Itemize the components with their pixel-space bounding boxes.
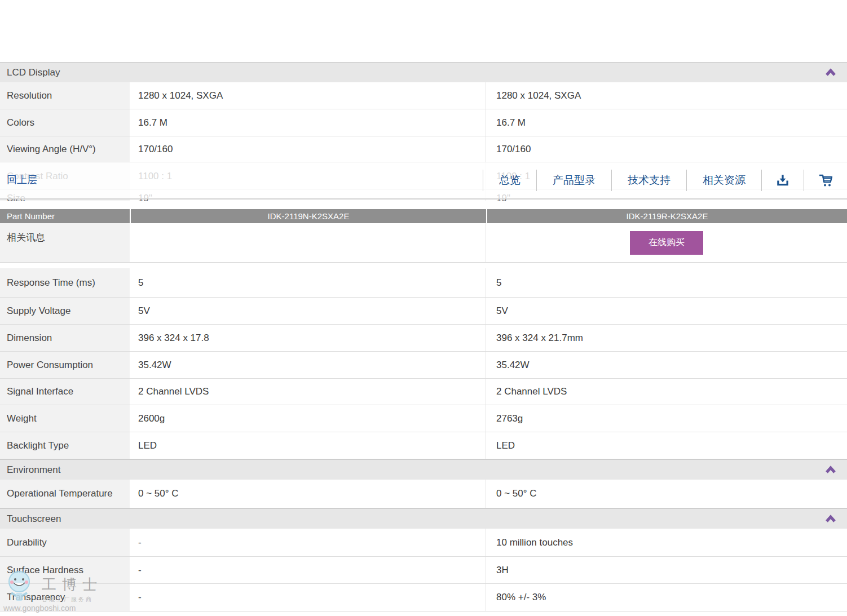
- table-row: Weight 2600g 2763g: [0, 405, 847, 432]
- table-row: Operational Temperature 0 ~ 50° C 0 ~ 50…: [0, 480, 847, 508]
- watermark-url: www.gongboshi.com: [3, 604, 139, 613]
- section-header-touchscreen[interactable]: Touchscreen: [0, 508, 847, 529]
- row-value-col1: 16.7 M: [130, 109, 486, 136]
- chevron-up-icon[interactable]: [824, 68, 837, 77]
- row-value-col1: -: [130, 557, 486, 583]
- row-value-col2: 80% +/- 3%: [486, 584, 847, 611]
- mascot-logo-icon: [3, 570, 38, 603]
- nav-item-overview[interactable]: 总览: [483, 162, 536, 198]
- table-row: Colors 16.7 M 16.7 M: [0, 109, 847, 136]
- back-to-upper-link[interactable]: 回上层: [7, 173, 37, 187]
- download-button[interactable]: [762, 162, 804, 198]
- buy-online-button[interactable]: 在线购买: [630, 231, 703, 255]
- related-info-label: 相关讯息: [0, 223, 130, 262]
- row-value-col1: -: [130, 529, 486, 556]
- gongboshi-watermark: 工博士 智能工厂服务商 www.gongboshi.com: [3, 570, 139, 613]
- row-value-col1: 35.42W: [130, 352, 486, 378]
- spec-comparison-table: LCD Display Resolution 1280 x 1024, SXGA…: [0, 62, 847, 611]
- row-value-col1: LED: [130, 432, 486, 459]
- row-value-col1: 396 x 324 x 17.8: [130, 325, 486, 351]
- section-title: Touchscreen: [7, 513, 61, 525]
- part-number-model-1: IDK-2119N-K2SXA2E: [130, 209, 486, 223]
- row-value-col1: 1280 x 1024, SXGA: [130, 82, 486, 109]
- part-number-header: Part Number IDK-2119N-K2SXA2E IDK-2119R-…: [0, 209, 847, 223]
- row-value-col2: 2 Channel LVDS: [486, 379, 847, 405]
- table-row: Resolution 1280 x 1024, SXGA 1280 x 1024…: [0, 82, 847, 109]
- related-info-col1: [130, 223, 486, 262]
- row-label: Durability: [0, 529, 130, 556]
- table-cutoff-mask: [0, 201, 847, 209]
- row-label: Backlight Type: [0, 432, 130, 459]
- row-label: Weight: [0, 405, 130, 432]
- related-info-col2: 在线购买: [486, 223, 847, 262]
- row-label: Viewing Angle (H/V°): [0, 136, 130, 162]
- section-header-environment[interactable]: Environment: [0, 459, 847, 480]
- row-label: Supply Voltage: [0, 298, 130, 324]
- row-value-col2: 3H: [486, 557, 847, 583]
- row-value-col2: 1280 x 1024, SXGA: [486, 82, 847, 109]
- row-value-col2: LED: [486, 432, 847, 459]
- chevron-up-icon[interactable]: [824, 466, 837, 475]
- product-spec-page: LCD Display Resolution 1280 x 1024, SXGA…: [0, 0, 847, 616]
- row-label: Signal Interface: [0, 379, 130, 405]
- row-label: Operational Temperature: [0, 480, 130, 508]
- table-row: Signal Interface 2 Channel LVDS 2 Channe…: [0, 379, 847, 405]
- row-value-col2: 396 x 324 x 21.7mm: [486, 325, 847, 351]
- watermark-brand: 工博士: [42, 575, 103, 595]
- section-title: Environment: [7, 464, 60, 476]
- watermark-tagline: 智能工厂服务商: [42, 596, 103, 604]
- floating-nav-bar: 回上层 总览 产品型录 技术支持 相关资源: [0, 162, 847, 200]
- row-value-col1: 0 ~ 50° C: [130, 480, 486, 508]
- row-value-col1: 2600g: [130, 405, 486, 432]
- row-value-col2: 5V: [486, 298, 847, 324]
- table-row: Dimension 396 x 324 x 17.8 396 x 324 x 2…: [0, 325, 847, 352]
- row-value-col2: 0 ~ 50° C: [486, 480, 847, 508]
- row-label: Response Time (ms): [0, 268, 130, 297]
- nav-item-catalog[interactable]: 产品型录: [537, 162, 611, 198]
- row-value-col2: 5: [486, 268, 847, 297]
- row-value-col2: 170/160: [486, 136, 847, 162]
- part-number-model-2: IDK-2119R-K2SXA2E: [486, 209, 847, 223]
- row-value-col2: 2763g: [486, 405, 847, 432]
- table-row: Viewing Angle (H/V°) 170/160 170/160: [0, 136, 847, 163]
- section-title: LCD Display: [7, 67, 60, 78]
- table-row: Durability - 10 million touches: [0, 529, 847, 557]
- product-nav-menu: 总览 产品型录 技术支持 相关资源: [483, 162, 847, 198]
- row-value-col1: 5: [130, 268, 486, 297]
- nav-item-resources[interactable]: 相关资源: [687, 162, 761, 198]
- row-label: Power Consumption: [0, 352, 130, 378]
- row-value-col1: 2 Channel LVDS: [130, 379, 486, 405]
- row-value-col2: 35.42W: [486, 352, 847, 378]
- row-spacer: [0, 263, 847, 268]
- chevron-up-icon[interactable]: [824, 515, 837, 524]
- table-row: Power Consumption 35.42W 35.42W: [0, 352, 847, 379]
- row-value-col1: 170/160: [130, 136, 486, 162]
- row-label: Resolution: [0, 82, 130, 109]
- table-row: Backlight Type LED LED: [0, 432, 847, 459]
- row-value-col1: 5V: [130, 298, 486, 324]
- row-value-col1: -: [130, 584, 486, 611]
- table-row: Supply Voltage 5V 5V: [0, 298, 847, 325]
- cart-button[interactable]: [804, 162, 847, 198]
- row-label: Dimension: [0, 325, 130, 351]
- row-label: Colors: [0, 109, 130, 136]
- row-value-col2: 10 million touches: [486, 529, 847, 556]
- part-number-label: Part Number: [0, 209, 130, 223]
- table-row: Response Time (ms) 5 5: [0, 268, 847, 298]
- section-header-lcd-display[interactable]: LCD Display: [0, 62, 847, 82]
- row-value-col2: 16.7 M: [486, 109, 847, 136]
- nav-item-support[interactable]: 技术支持: [612, 162, 686, 198]
- download-icon: [775, 173, 790, 188]
- related-info-row: 相关讯息 在线购买: [0, 223, 847, 263]
- cart-icon: [818, 173, 833, 188]
